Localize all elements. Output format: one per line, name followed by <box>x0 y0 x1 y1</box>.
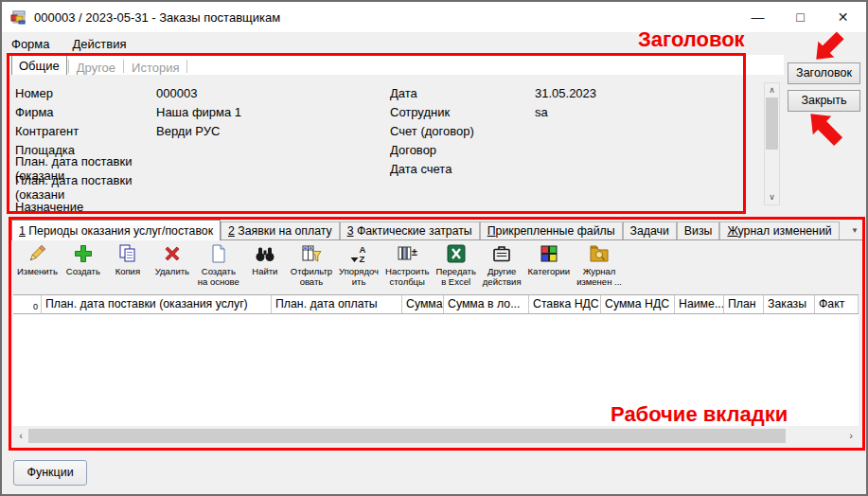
binoculars-icon <box>254 242 276 265</box>
toolbar-button-label: Настроить столбцы <box>385 266 429 287</box>
field-label: Фирма <box>15 105 156 119</box>
form-row: Счет (договор) <box>390 121 750 140</box>
work-tab-strip: 1 Периоды оказания услуг/поставок2 Заявк… <box>11 220 864 240</box>
toolbar-button-1[interactable]: Создать <box>62 242 105 276</box>
work-tab-6[interactable]: Журнал изменений <box>719 221 839 239</box>
excel-icon <box>445 242 468 265</box>
add-icon <box>72 242 95 265</box>
field-value[interactable]: Верди РУС <box>156 124 220 138</box>
toolbar-button-label: Изменить <box>17 266 58 276</box>
svg-text:±: ± <box>412 246 417 257</box>
columns-icon: ± <box>396 242 418 265</box>
maximize-button[interactable]: □ <box>779 2 822 32</box>
header-tab-2[interactable]: История <box>125 59 186 75</box>
svg-text:A: A <box>360 244 366 255</box>
field-value[interactable]: 31.05.2023 <box>535 86 596 100</box>
toolbar-button-8[interactable]: ±Настроить столбцы <box>382 242 432 287</box>
toolbar-button-4[interactable]: Создать на основе <box>195 242 242 287</box>
close-button[interactable]: ✕ <box>822 2 864 32</box>
work-tab-0[interactable]: 1 Периоды оказания услуг/поставок <box>11 220 221 240</box>
toolbar-button-label: Создать на основе <box>198 266 239 287</box>
tab-separator <box>186 60 187 73</box>
grid-column-header-3[interactable]: Сумма в ло... <box>444 295 529 313</box>
field-label: Контрагент <box>15 124 156 138</box>
toolbar-button-label: Категории <box>528 266 571 276</box>
scrollbar-thumb[interactable] <box>766 97 778 150</box>
scroll-right-icon[interactable]: › <box>843 428 859 444</box>
field-value[interactable]: 000003 <box>156 86 197 100</box>
field-label: Дата счета <box>390 162 535 176</box>
form-row: Дата31.05.2023 <box>390 83 750 102</box>
field-label: План. дата поставки (оказани <box>15 173 156 202</box>
toolbar-button-7[interactable]: AZУпорядоч ить <box>336 242 381 287</box>
annotation-header-label: Заголовок <box>638 27 745 52</box>
grid-column-header-0[interactable]: План. дата поставки (оказания услуг) <box>42 295 272 313</box>
form-fields-left: Номер000003ФирмаНаша фирма 1КонтрагентВе… <box>15 83 384 216</box>
toolbar-button-6[interactable]: Отфильтр овать <box>288 242 335 287</box>
tab-overflow-icon[interactable]: ▼ <box>851 226 859 235</box>
toolbar-button-label: Создать <box>66 266 100 276</box>
work-tab-1[interactable]: 2 Заявки на оплату <box>221 221 340 239</box>
field-value[interactable]: sa <box>535 105 548 119</box>
briefcase-icon <box>490 242 513 265</box>
window-title: 000003 / 2023-05-31 - Заказы поставщикам <box>34 10 280 25</box>
annotation-arrow-close <box>802 106 847 150</box>
form-row: Назначение <box>15 197 384 216</box>
field-value[interactable]: Наша фирма 1 <box>156 105 241 119</box>
grid-column-header-7[interactable]: План <box>724 295 764 313</box>
field-label: Номер <box>15 86 156 100</box>
scrollbar-thumb[interactable] <box>28 429 786 443</box>
close-form-button[interactable]: Закрыть <box>788 90 860 112</box>
pencil-icon <box>26 242 48 265</box>
header-button[interactable]: Заголовок <box>788 62 860 84</box>
grid-column-header-9[interactable]: Факт <box>815 295 859 313</box>
grid-column-header-6[interactable]: Наиме... <box>675 295 724 313</box>
work-tab-5[interactable]: Визы <box>677 221 720 239</box>
toolbar-button-12[interactable]: Журнал изменен ... <box>574 242 625 287</box>
toolbar-button-label: Найти <box>252 266 277 276</box>
svg-text:Z: Z <box>360 254 365 264</box>
field-label: Счет (договор) <box>390 124 535 138</box>
annotation-tabs-label: Рабочие вкладки <box>611 402 788 427</box>
grid-column-header-2[interactable]: Сумма <box>402 295 444 313</box>
header-tab-1[interactable]: Другое <box>70 59 122 75</box>
form-vertical-scrollbar[interactable]: ∧ ∨ <box>764 82 780 205</box>
form-fields-right: Дата31.05.2023СотрудникsaСчет (договор)Д… <box>390 83 750 178</box>
toolbar-button-3[interactable]: Удалить <box>151 242 194 276</box>
work-tab-2[interactable]: 3 Фактические затраты <box>340 221 480 239</box>
work-tab-3[interactable]: Прикрепленные файлы <box>480 221 623 239</box>
form-area: Номер000003ФирмаНаша фирма 1КонтрагентВе… <box>9 75 784 214</box>
window-icon <box>10 9 27 26</box>
menu-item-1[interactable]: Действия <box>73 34 136 54</box>
work-tab-4[interactable]: Задачи <box>623 221 677 239</box>
grid-column-header-1[interactable]: План. дата оплаты <box>272 295 402 313</box>
toolbar-button-0[interactable]: Изменить <box>14 242 61 276</box>
form-row: План. дата поставки (оказани <box>15 178 384 197</box>
menu-item-0[interactable]: Форма <box>11 34 60 54</box>
scroll-up-icon[interactable]: ∧ <box>765 83 779 97</box>
toolbar-button-2[interactable]: Копия <box>106 242 150 276</box>
tab-separator <box>68 60 69 73</box>
grid-horizontal-scrollbar[interactable]: ‹ › <box>13 428 859 444</box>
functions-button[interactable]: Функции <box>13 460 87 486</box>
scroll-down-icon[interactable]: ∨ <box>765 190 779 204</box>
toolbar-button-10[interactable]: Другие действия <box>480 242 524 287</box>
grid-column-header-4[interactable]: Ставка НДС <box>529 295 601 313</box>
toolbar-button-9[interactable]: Передать в Excel <box>433 242 478 287</box>
grid-column-header-8[interactable]: Заказы <box>764 295 815 313</box>
toolbar-button-5[interactable]: Найти <box>243 242 287 276</box>
grid-column-header-5[interactable]: Сумма НДС <box>601 295 675 313</box>
filter-icon <box>300 242 323 265</box>
work-toolbar: ИзменитьСоздатьКопияУдалитьСоздать на ос… <box>11 240 864 294</box>
toolbar-button-label: Копия <box>115 266 140 276</box>
field-label: Сотрудник <box>390 105 535 119</box>
grid-corner-cell[interactable]: 0 <box>13 295 42 313</box>
form-row: Договор <box>390 140 750 159</box>
field-label: Назначение <box>15 200 156 214</box>
toolbar-button-11[interactable]: Категории <box>525 242 574 276</box>
field-label: Договор <box>390 143 535 157</box>
delete-icon <box>161 242 184 265</box>
header-tab-0[interactable]: Общие <box>11 55 67 75</box>
scroll-left-icon[interactable]: ‹ <box>13 428 28 444</box>
new-document-icon <box>207 242 230 265</box>
